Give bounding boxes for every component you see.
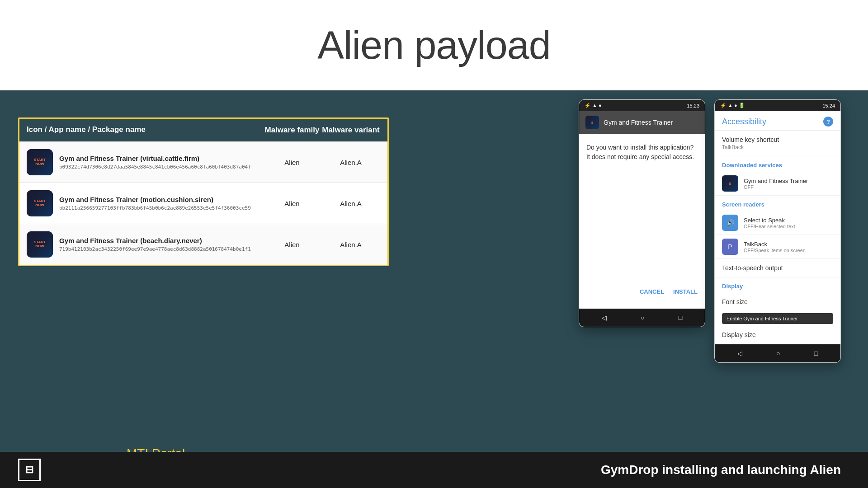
install-question: Do you want to install this application?… — [586, 143, 698, 162]
malware-table-panel: Icon / App name / Package name Malware f… — [18, 117, 389, 266]
phone1-status-left: ⚡ ▲ ● — [585, 103, 602, 108]
bottom-description: GymDrop installing and launching Alien — [601, 463, 841, 477]
screen-readers-header: Screen readers — [715, 196, 840, 211]
malware-variant-2: Alien.A — [321, 200, 380, 207]
app-info-1: Gym and Fitness Trainer (virtual.cattle.… — [59, 155, 251, 170]
talkback-icon: P — [722, 239, 738, 255]
phone2-status-bar: ⚡ ▲ ● 🔋 15:24 — [715, 100, 840, 111]
phone2-back-button[interactable]: ◁ — [737, 350, 742, 357]
gym-trainer-status: OFF — [744, 184, 808, 190]
accessibility-title: Accessibility — [722, 117, 766, 127]
display-section-title: Display — [722, 283, 743, 290]
cancel-button[interactable]: CANCEL — [640, 288, 664, 295]
acc-gym-row[interactable]: S Gym and Fitness Trainer OFF — [715, 172, 840, 196]
phone-container: ⚡ ▲ ● 15:23 S Gym and Fitness Trainer Do… — [579, 99, 841, 363]
logo-box: ⊟ — [18, 459, 41, 481]
talkback-icon-glyph: P — [728, 243, 732, 250]
phone1-app-icon-text: S — [591, 121, 594, 124]
install-button[interactable]: INSTALL — [673, 288, 698, 295]
phone-accessibility: ⚡ ▲ ● 🔋 15:24 Accessibility ? Volume key… — [714, 99, 841, 363]
acc-tts-item[interactable]: Text-to-speech output — [715, 259, 840, 277]
top-section: Alien payload — [0, 0, 868, 90]
col-malware-family: Malware family — [263, 125, 321, 135]
install-buttons: CANCEL INSTALL — [586, 288, 698, 300]
phone-install-dialog: ⚡ ▲ ● 15:23 S Gym and Fitness Trainer Do… — [579, 99, 705, 327]
app-hash-2: bb2111a256659277103ffb783bb6f45b0b6c2ae8… — [59, 205, 251, 211]
phone2-time: 15:24 — [822, 103, 835, 108]
logo-icon: ⊟ — [25, 465, 33, 475]
malware-variant-1: Alien.A — [321, 159, 380, 166]
table-row: STARTNOW Gym and Fitness Trainer (beach.… — [19, 224, 387, 265]
phone1-app-icon: S — [585, 116, 599, 129]
page-title: Alien payload — [317, 22, 550, 68]
phone2-home-button[interactable]: ○ — [776, 350, 780, 357]
col-malware-variant: Malware variant — [321, 125, 380, 135]
select-speak-name: Select to Speak — [744, 217, 795, 224]
acc-display-size-item[interactable]: Display size — [715, 326, 840, 344]
phone1-content: Do you want to install this application?… — [579, 134, 705, 309]
table-row: STARTNOW Gym and Fitness Trainer (motion… — [19, 183, 387, 224]
table-row: STARTNOW Gym and Fitness Trainer (virtua… — [19, 141, 387, 183]
table-header: Icon / App name / Package name Malware f… — [19, 119, 387, 141]
app-icon-2: STARTNOW — [27, 190, 53, 216]
phone1-time: 15:23 — [687, 103, 699, 108]
speak-icon-glyph: 🔊 — [726, 219, 734, 226]
tooltip-box: Enable Gym and Fitness Trainer — [722, 313, 833, 324]
phone2-recent-button[interactable]: □ — [814, 350, 818, 357]
downloaded-services-title: Downloaded services — [722, 162, 782, 169]
acc-tts-title: Text-to-speech output — [722, 264, 833, 272]
main-content: Icon / App name / Package name Malware f… — [0, 90, 868, 488]
acc-display-size-title: Display size — [722, 331, 833, 338]
bottom-bar: ⊟ GymDrop installing and launching Alien — [0, 452, 868, 488]
gym-service-icon: S — [722, 175, 738, 192]
malware-family-1: Alien — [263, 159, 321, 166]
phone1-title-bar: S Gym and Fitness Trainer — [579, 111, 705, 134]
gym-acc-text: Gym and Fitness Trainer OFF — [744, 178, 808, 190]
talkback-text: TalkBack OFF/Speak items on screen — [744, 241, 806, 253]
app-cell-2: STARTNOW Gym and Fitness Trainer (motion… — [27, 190, 263, 216]
phone1-status-bar: ⚡ ▲ ● 15:23 — [579, 100, 705, 111]
acc-item-volume-subtitle: TalkBack — [722, 144, 833, 150]
tooltip-text: Enable Gym and Fitness Trainer — [726, 316, 798, 321]
recent-button[interactable]: □ — [679, 314, 682, 321]
back-button[interactable]: ◁ — [602, 314, 607, 321]
acc-item-volume[interactable]: Volume key shortcut TalkBack — [715, 131, 840, 156]
display-section-header: Display — [715, 277, 840, 293]
app-cell-1: STARTNOW Gym and Fitness Trainer (virtua… — [27, 149, 263, 175]
app-info-3: Gym and Fitness Trainer (beach.diary.nev… — [59, 237, 251, 252]
acc-select-speak-row[interactable]: 🔊 Select to Speak OFF/Hear selected text — [715, 211, 840, 235]
select-speak-subtitle: OFF/Hear selected text — [744, 224, 795, 229]
phone1-nav-bar: ◁ ○ □ — [579, 309, 705, 327]
gym-trainer-name: Gym and Fitness Trainer — [744, 178, 808, 184]
app-hash-1: b09322c74d7306e8d27daa5845e8845c841cb06e… — [59, 164, 251, 170]
acc-talkback-row[interactable]: P TalkBack OFF/Speak items on screen — [715, 235, 840, 259]
downloaded-services-header: Downloaded services — [715, 156, 840, 172]
malware-family-2: Alien — [263, 200, 321, 207]
select-speak-icon: 🔊 — [722, 215, 738, 231]
app-name-2: Gym and Fitness Trainer (motion.cushion.… — [59, 196, 251, 203]
acc-font-size-item[interactable]: Font size — [715, 293, 840, 311]
app-hash-3: 719b412103b2ac3432250f69ee97e9ae4778aec8… — [59, 246, 251, 252]
acc-font-size-title: Font size — [722, 298, 833, 305]
app-info-2: Gym and Fitness Trainer (motion.cushion.… — [59, 196, 251, 211]
malware-family-3: Alien — [263, 241, 321, 249]
select-speak-text: Select to Speak OFF/Hear selected text — [744, 217, 795, 229]
app-icon-3: STARTNOW — [27, 231, 53, 258]
phone2-nav-bar: ◁ ○ □ — [715, 344, 840, 362]
help-icon[interactable]: ? — [823, 117, 833, 127]
malware-variant-3: Alien.A — [321, 241, 380, 249]
home-button[interactable]: ○ — [641, 314, 644, 321]
screen-readers-title: Screen readers — [722, 201, 764, 208]
app-icon-text-2: STARTNOW — [34, 199, 46, 207]
app-cell-3: STARTNOW Gym and Fitness Trainer (beach.… — [27, 231, 263, 258]
app-name-1: Gym and Fitness Trainer (virtual.cattle.… — [59, 155, 251, 162]
app-icon-1: STARTNOW — [27, 149, 53, 175]
gym-icon-text: S — [729, 182, 731, 186]
acc-item-volume-title: Volume key shortcut — [722, 136, 833, 143]
phone1-title: Gym and Fitness Trainer — [604, 119, 673, 126]
accessibility-content: Volume key shortcut TalkBack Downloaded … — [715, 131, 840, 344]
app-icon-text-3: STARTNOW — [34, 240, 46, 249]
phone2-status-left: ⚡ ▲ ● 🔋 — [720, 103, 745, 108]
talkback-subtitle: OFF/Speak items on screen — [744, 248, 806, 253]
app-name-3: Gym and Fitness Trainer (beach.diary.nev… — [59, 237, 251, 244]
